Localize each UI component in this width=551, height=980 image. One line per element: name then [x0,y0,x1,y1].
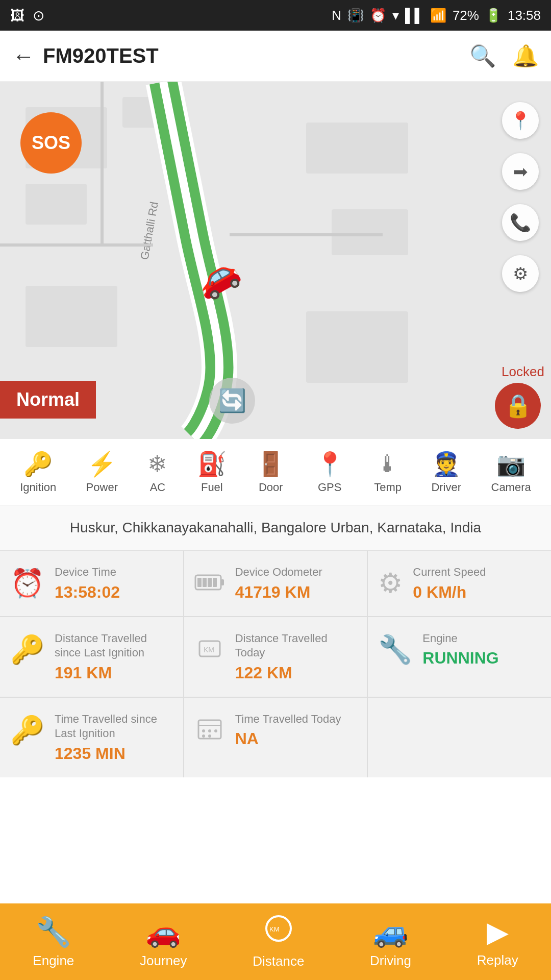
distance-nav-label: Distance [253,953,304,969]
ignition-icon: 🔑 [23,450,53,478]
svg-text:KM: KM [269,925,280,933]
driving-nav-icon: 🚙 [373,915,409,949]
refresh-button[interactable]: 🔄 [209,378,255,424]
lock-button[interactable]: 🔒 [495,383,541,429]
lock-label: Locked [502,364,544,380]
page-title: FM920TEST [43,44,469,67]
lock-section: Locked 🔒 [495,364,551,429]
map-settings-icon[interactable]: ⚙ [502,255,539,292]
speed-label: Current Speed [413,565,486,580]
sensor-ignition[interactable]: 🔑 Ignition [20,450,56,494]
driver-label: Driver [431,481,461,494]
header-icons: 🔍 🔔 [469,43,539,68]
vibrate-icon: 📳 [347,8,364,23]
replay-nav-icon: ▶ [487,915,509,948]
nfc-icon: N [332,8,341,23]
stat-time-ignition: 🔑 Time Travelled since Last Ignition 123… [0,698,183,777]
back-button[interactable]: ← [12,43,35,69]
ac-icon: ❄ [147,450,167,478]
distance-nav-icon: KM [264,914,293,949]
signal-r-icon: 📶 [430,8,446,23]
bottom-nav: 🔧 Engine 🚗 Journey KM Distance 🚙 Driving… [0,903,551,980]
sensor-door[interactable]: 🚪 Door [256,450,285,494]
engine-value: RUNNING [422,649,498,668]
search-icon[interactable]: 🔍 [469,43,496,68]
nav-engine[interactable]: 🔧 Engine [33,915,74,969]
sensor-temp[interactable]: 🌡 Temp [374,450,402,494]
sensor-driver[interactable]: 👮 Driver [431,450,461,494]
svg-point-23 [208,729,211,732]
sos-button[interactable]: SOS [20,112,82,174]
time-today-label: Time Travelled Today [235,712,341,727]
fuel-label: Fuel [201,481,223,494]
camera-label: Camera [491,481,531,494]
time-display: 13:58 [508,8,541,23]
stat-speed: ⚙ Current Speed 0 KM/h [368,551,551,616]
svg-point-26 [208,734,211,738]
sensor-power[interactable]: ⚡ Power [86,450,118,494]
map-area: Gatthalli Rd 🚗 SOS 📍 ➡ 📞 ⚙ Normal 🔄 Lock… [0,82,551,439]
stat-dist-ignition: 🔑 Distance Travelled since Last Ignition… [0,617,183,697]
svg-rect-7 [306,311,408,383]
stat-engine: 🔧 Engine RUNNING [368,617,551,697]
dist-ignition-value: 191 KM [55,664,173,682]
map-directions-icon[interactable]: ➡ [502,153,539,190]
time-ignition-label: Time Travelled since Last Ignition [55,712,173,741]
svg-point-22 [202,729,205,732]
speed-value: 0 KM/h [413,583,486,602]
time-today-value: NA [235,729,341,748]
speed-icon: ⚙ [378,567,403,599]
power-label: Power [86,481,118,494]
svg-rect-14 [203,578,207,587]
nav-journey[interactable]: 🚗 Journey [140,915,187,969]
sensor-camera[interactable]: 📷 Camera [491,450,531,494]
svg-text:KM: KM [204,646,214,654]
map-phone-icon[interactable]: 📞 [502,204,539,241]
sensor-gps[interactable]: 📍 GPS [315,450,344,494]
sensor-ac[interactable]: ❄ AC [147,450,167,494]
sensor-fuel[interactable]: ⛽ Fuel [197,450,227,494]
stat-empty [368,698,551,777]
top-bar: ← FM920TEST 🔍 🔔 [0,31,551,82]
status-left: 🖼 ⊙ [10,7,44,24]
odometer-icon [194,567,225,599]
stat-odometer: Device Odometer 41719 KM [184,551,367,616]
time-ignition-value: 1235 MIN [55,744,173,763]
nav-driving[interactable]: 🚙 Driving [370,915,411,969]
stats-grid: ⏰ Device Time 13:58:02 Device Odometer 4… [0,551,551,777]
gps-label: GPS [318,481,341,494]
status-right: N 📳 ⏰ ▾ ▌▌ 📶 72% 🔋 13:58 [332,8,541,23]
dist-today-label: Distance Travelled Today [235,631,357,660]
device-time-value: 13:58:02 [55,583,120,602]
svg-rect-6 [26,286,117,347]
door-label: Door [259,481,283,494]
ac-label: AC [150,481,166,494]
engine-label: Engine [422,631,498,646]
camera-icon: 📷 [496,450,525,478]
odometer-label: Device Odometer [235,565,322,580]
map-location-icon[interactable]: 📍 [502,102,539,139]
dist-today-icon: KM [194,633,225,670]
svg-rect-15 [208,578,212,587]
time-ignition-icon: 🔑 [10,714,44,746]
bell-icon[interactable]: 🔔 [512,43,539,68]
device-time-icon: ⏰ [10,567,44,599]
nav-replay[interactable]: ▶ Replay [477,915,518,968]
time-today-icon [194,714,225,751]
odometer-value: 41719 KM [235,583,322,602]
engine-nav-label: Engine [33,953,74,969]
svg-rect-5 [332,209,408,255]
svg-rect-17 [221,579,224,585]
battery-icon: 🔋 [485,8,502,23]
normal-badge: Normal [0,381,96,419]
journey-nav-icon: 🚗 [145,915,181,949]
device-time-label: Device Time [55,565,120,580]
nav-distance[interactable]: KM Distance [253,914,304,969]
dist-today-value: 122 KM [235,664,357,682]
temp-label: Temp [374,481,402,494]
svg-rect-3 [26,184,87,225]
dist-ignition-label: Distance Travelled since Last Ignition [55,631,173,660]
status-bar: 🖼 ⊙ N 📳 ⏰ ▾ ▌▌ 📶 72% 🔋 13:58 [0,0,551,31]
svg-point-24 [214,729,217,732]
svg-rect-13 [197,578,202,587]
